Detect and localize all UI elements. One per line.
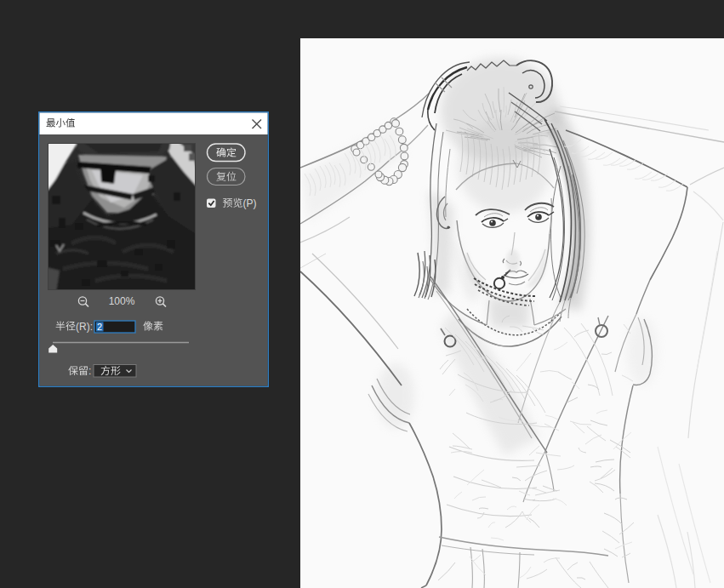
svg-text:100%: 100% bbox=[109, 295, 135, 307]
svg-text:2: 2 bbox=[97, 322, 102, 332]
svg-text:(P): (P) bbox=[243, 197, 257, 209]
svg-text::: : bbox=[88, 365, 91, 377]
svg-text:(R):: (R): bbox=[76, 321, 93, 333]
